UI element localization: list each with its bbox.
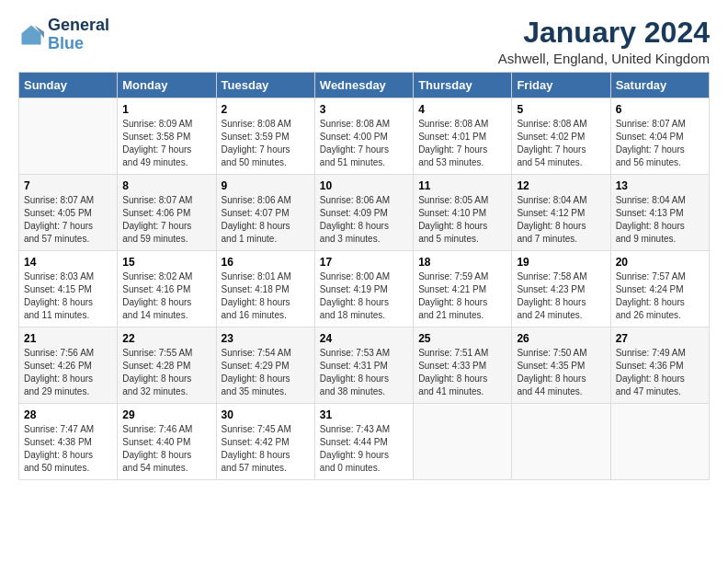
weekday-header-friday: Friday [512,73,610,98]
weekday-header-wednesday: Wednesday [314,73,413,98]
main-title: January 2024 [498,17,710,49]
calendar-cell: 20Sunrise: 7:57 AMSunset: 4:24 PMDayligh… [610,251,709,327]
logo-text: General Blue [48,17,109,53]
day-info: Sunrise: 8:08 AMSunset: 4:00 PMDaylight:… [320,118,408,169]
day-number: 23 [222,332,310,345]
day-number: 12 [517,179,605,192]
calendar-cell: 23Sunrise: 7:54 AMSunset: 4:29 PMDayligh… [216,327,314,404]
calendar-cell: 22Sunrise: 7:55 AMSunset: 4:28 PMDayligh… [118,327,216,404]
day-number: 8 [122,179,210,192]
day-number: 3 [320,103,408,116]
logo: General Blue [18,17,109,53]
day-number: 30 [222,408,310,421]
day-info: Sunrise: 7:55 AMSunset: 4:28 PMDaylight:… [122,347,210,398]
day-number: 29 [122,408,210,421]
day-number: 5 [517,103,605,116]
calendar-cell: 3Sunrise: 8:08 AMSunset: 4:00 PMDaylight… [314,98,413,175]
day-number: 31 [320,408,408,421]
calendar-cell: 16Sunrise: 8:01 AMSunset: 4:18 PMDayligh… [216,251,314,327]
day-number: 25 [418,332,506,345]
day-info: Sunrise: 8:06 AMSunset: 4:07 PMDaylight:… [222,194,310,246]
day-info: Sunrise: 7:53 AMSunset: 4:31 PMDaylight:… [320,347,408,398]
calendar-cell: 14Sunrise: 8:03 AMSunset: 4:15 PMDayligh… [19,251,118,327]
day-info: Sunrise: 8:02 AMSunset: 4:16 PMDaylight:… [122,270,210,322]
day-number: 11 [418,179,506,192]
calendar-cell: 25Sunrise: 7:51 AMSunset: 4:33 PMDayligh… [414,327,512,404]
title-block: January 2024 Ashwell, England, United Ki… [498,17,710,66]
day-info: Sunrise: 8:05 AMSunset: 4:10 PMDaylight:… [418,194,506,246]
calendar-cell: 17Sunrise: 8:00 AMSunset: 4:19 PMDayligh… [314,251,413,327]
calendar-cell: 28Sunrise: 7:47 AMSunset: 4:38 PMDayligh… [19,404,118,480]
day-info: Sunrise: 7:57 AMSunset: 4:24 PMDaylight:… [616,270,704,322]
calendar-cell: 1Sunrise: 8:09 AMSunset: 3:58 PMDaylight… [118,98,216,175]
day-number: 17 [320,256,408,269]
day-number: 18 [418,256,506,269]
calendar-cell: 30Sunrise: 7:45 AMSunset: 4:42 PMDayligh… [216,404,314,480]
day-number: 19 [517,256,605,269]
calendar-cell: 19Sunrise: 7:58 AMSunset: 4:23 PMDayligh… [512,251,610,327]
calendar-week-4: 28Sunrise: 7:47 AMSunset: 4:38 PMDayligh… [19,404,710,480]
day-number: 26 [517,332,605,345]
day-number: 10 [320,179,408,192]
calendar-week-0: 1Sunrise: 8:09 AMSunset: 3:58 PMDaylight… [19,98,710,175]
day-info: Sunrise: 8:08 AMSunset: 3:59 PMDaylight:… [222,118,310,169]
day-info: Sunrise: 7:47 AMSunset: 4:38 PMDaylight:… [24,423,112,475]
day-info: Sunrise: 7:54 AMSunset: 4:29 PMDaylight:… [222,347,310,398]
page-container: General Blue January 2024 Ashwell, Engla… [0,0,728,489]
day-number: 21 [24,332,112,345]
logo-line1: General [48,17,109,35]
calendar-cell: 12Sunrise: 8:04 AMSunset: 4:12 PMDayligh… [512,175,610,251]
day-number: 2 [222,103,310,116]
day-number: 13 [616,179,704,192]
calendar-week-1: 7Sunrise: 8:07 AMSunset: 4:05 PMDaylight… [19,175,710,251]
calendar-cell [512,404,610,480]
day-number: 24 [320,332,408,345]
weekday-header-thursday: Thursday [414,73,512,98]
day-info: Sunrise: 8:09 AMSunset: 3:58 PMDaylight:… [122,118,210,169]
calendar-cell: 2Sunrise: 8:08 AMSunset: 3:59 PMDaylight… [216,98,314,175]
day-info: Sunrise: 8:07 AMSunset: 4:05 PMDaylight:… [24,194,112,246]
calendar-cell: 13Sunrise: 8:04 AMSunset: 4:13 PMDayligh… [610,175,709,251]
calendar-cell: 21Sunrise: 7:56 AMSunset: 4:26 PMDayligh… [19,327,118,404]
day-info: Sunrise: 8:07 AMSunset: 4:04 PMDaylight:… [616,118,704,169]
calendar-cell: 11Sunrise: 8:05 AMSunset: 4:10 PMDayligh… [414,175,512,251]
header: General Blue January 2024 Ashwell, Engla… [18,17,710,66]
day-info: Sunrise: 8:06 AMSunset: 4:09 PMDaylight:… [320,194,408,246]
day-info: Sunrise: 8:04 AMSunset: 4:12 PMDaylight:… [517,194,605,246]
calendar-cell: 8Sunrise: 8:07 AMSunset: 4:06 PMDaylight… [118,175,216,251]
calendar-cell: 5Sunrise: 8:08 AMSunset: 4:02 PMDaylight… [512,98,610,175]
weekday-header-saturday: Saturday [610,73,709,98]
calendar-cell [610,404,709,480]
subtitle: Ashwell, England, United Kingdom [498,51,710,66]
calendar-week-3: 21Sunrise: 7:56 AMSunset: 4:26 PMDayligh… [19,327,710,404]
day-info: Sunrise: 8:08 AMSunset: 4:02 PMDaylight:… [517,118,605,169]
day-info: Sunrise: 8:01 AMSunset: 4:18 PMDaylight:… [222,270,310,322]
logo-icon [18,22,44,48]
day-info: Sunrise: 7:45 AMSunset: 4:42 PMDaylight:… [222,423,310,475]
day-info: Sunrise: 7:56 AMSunset: 4:26 PMDaylight:… [24,347,112,398]
calendar-cell: 7Sunrise: 8:07 AMSunset: 4:05 PMDaylight… [19,175,118,251]
day-info: Sunrise: 7:43 AMSunset: 4:44 PMDaylight:… [320,423,408,475]
calendar-cell: 29Sunrise: 7:46 AMSunset: 4:40 PMDayligh… [118,404,216,480]
calendar-cell: 9Sunrise: 8:06 AMSunset: 4:07 PMDaylight… [216,175,314,251]
day-number: 6 [616,103,704,116]
calendar-header-row: SundayMondayTuesdayWednesdayThursdayFrid… [19,73,710,98]
logo-line2: Blue [48,35,109,53]
day-info: Sunrise: 8:07 AMSunset: 4:06 PMDaylight:… [122,194,210,246]
calendar-table: SundayMondayTuesdayWednesdayThursdayFrid… [18,72,710,480]
day-number: 27 [616,332,704,345]
day-number: 20 [616,256,704,269]
calendar-cell: 24Sunrise: 7:53 AMSunset: 4:31 PMDayligh… [314,327,413,404]
day-info: Sunrise: 7:49 AMSunset: 4:36 PMDaylight:… [616,347,704,398]
day-info: Sunrise: 7:59 AMSunset: 4:21 PMDaylight:… [418,270,506,322]
day-number: 7 [24,179,112,192]
calendar-cell: 6Sunrise: 8:07 AMSunset: 4:04 PMDaylight… [610,98,709,175]
weekday-header-sunday: Sunday [19,73,118,98]
day-number: 28 [24,408,112,421]
calendar-cell [414,404,512,480]
day-info: Sunrise: 7:58 AMSunset: 4:23 PMDaylight:… [517,270,605,322]
calendar-cell: 31Sunrise: 7:43 AMSunset: 4:44 PMDayligh… [314,404,413,480]
day-number: 1 [122,103,210,116]
calendar-cell: 26Sunrise: 7:50 AMSunset: 4:35 PMDayligh… [512,327,610,404]
day-info: Sunrise: 8:08 AMSunset: 4:01 PMDaylight:… [418,118,506,169]
